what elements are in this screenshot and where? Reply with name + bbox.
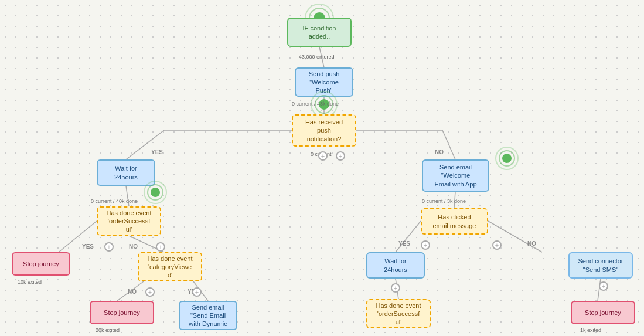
exited-label-right: 1k exited xyxy=(580,327,601,333)
plus-btn-no-right[interactable]: + xyxy=(492,240,502,250)
plus-btn-center-left[interactable]: + xyxy=(318,151,328,161)
wait-24h-left-label: Wait for24hours xyxy=(114,164,138,181)
branch-yes-left2: YES xyxy=(82,243,94,250)
indicator-dot-4 xyxy=(502,154,512,163)
plus-btn-yes-mid[interactable]: + xyxy=(192,287,202,297)
flow-canvas: IF condition added.. 43,000 entered Send… xyxy=(0,0,644,336)
stop-journey-left-label: Stop journey xyxy=(23,260,59,268)
has-received-push-node[interactable]: Has receivedpushnotification? xyxy=(292,114,356,147)
wait-24h-right-node[interactable]: Wait for24hours xyxy=(366,252,425,279)
plus-btn-yes-left[interactable]: + xyxy=(104,242,114,252)
branch-no-far-right: NO xyxy=(527,240,536,247)
stop-journey-mid-label: Stop journey xyxy=(104,308,140,317)
plus-btn-wait-right[interactable]: + xyxy=(391,283,400,293)
send-connector-label: Send connector"Send SMS" xyxy=(578,257,623,274)
has-done-event3-node[interactable]: Has done event'orderSuccessful' xyxy=(366,299,431,328)
svg-line-11 xyxy=(396,221,421,252)
done-label-2: 0 current / 40k done xyxy=(91,198,138,204)
has-done-event2-node[interactable]: Has done event'categoryViewed' xyxy=(138,252,202,281)
send-email-right-label: Send email"WelcomeEmail with App xyxy=(434,163,476,188)
done-label-1: 0 current / 43k done xyxy=(292,101,339,107)
send-email-right-node[interactable]: Send email"WelcomeEmail with App xyxy=(422,159,489,192)
has-done-event1-node[interactable]: Has done event'orderSuccessful' xyxy=(97,206,161,236)
branch-no-right: NO xyxy=(435,149,444,155)
if-condition-label: IF condition added.. xyxy=(293,24,346,41)
has-done-event3-label: Has done event'orderSuccessful' xyxy=(376,301,421,327)
plus-btn-center-right[interactable]: + xyxy=(336,151,345,161)
stop-journey-right-label: Stop journey xyxy=(585,308,621,317)
has-received-push-label: Has receivedpushnotification? xyxy=(305,118,343,143)
branch-yes-left: YES xyxy=(151,149,163,155)
plus-btn-no-left2[interactable]: + xyxy=(145,287,155,297)
send-email2-node[interactable]: Send email"Send Emailwith Dynamic xyxy=(179,301,237,330)
indicator-dot-3 xyxy=(151,188,160,197)
svg-line-5 xyxy=(442,130,455,159)
plus-btn-send-connector[interactable]: + xyxy=(599,281,608,291)
if-condition-node[interactable]: IF condition added.. xyxy=(287,18,352,47)
stop-journey-mid-node[interactable]: Stop journey xyxy=(90,301,154,324)
send-connector-node[interactable]: Send connector"Send SMS" xyxy=(568,252,633,279)
exited-label-mid: 20k exited xyxy=(96,327,120,333)
branch-no-left2: NO xyxy=(128,289,137,295)
send-email2-label: Send email"Send Emailwith Dynamic xyxy=(189,303,227,328)
plus-btn-no-left[interactable]: + xyxy=(156,242,165,252)
wait-24h-right-label: Wait for24hours xyxy=(384,257,407,274)
wait-24h-left-node[interactable]: Wait for24hours xyxy=(97,159,155,186)
done-label-3: 0 current / 3k done xyxy=(422,198,466,204)
exited-label-left: 10k exited xyxy=(18,279,42,285)
plus-btn-yes-right[interactable]: + xyxy=(421,240,430,250)
stop-journey-left-node[interactable]: Stop journey xyxy=(12,252,70,276)
stop-journey-right-node[interactable]: Stop journey xyxy=(571,301,635,324)
branch-yes-right: YES xyxy=(398,240,410,247)
has-done-event2-label: Has done event'categoryViewed' xyxy=(147,254,192,280)
entered-label: 43,000 entered xyxy=(299,54,335,60)
has-done-event1-label: Has done event'orderSuccessful' xyxy=(106,209,151,234)
branch-no-mid: NO xyxy=(129,243,138,250)
has-clicked-email-node[interactable]: Has clickedemail message xyxy=(421,208,488,235)
has-clicked-email-label: Has clickedemail message xyxy=(433,213,476,230)
